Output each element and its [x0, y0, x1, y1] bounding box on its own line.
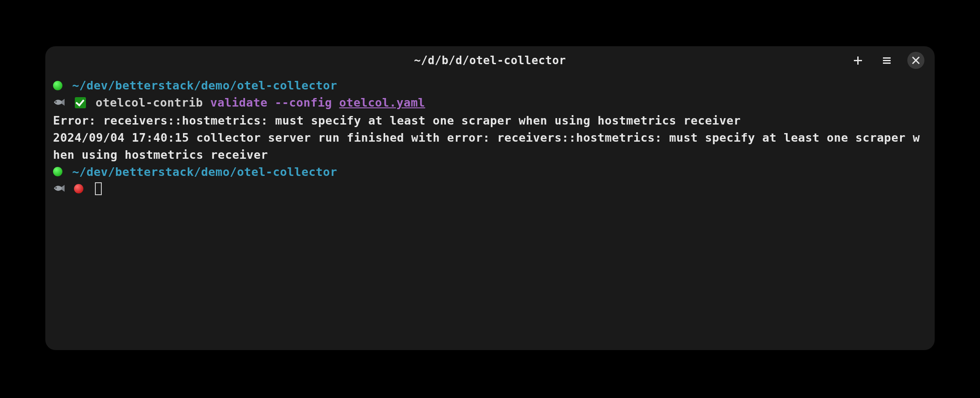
status-green-icon	[53, 167, 62, 176]
fish-icon	[53, 180, 65, 197]
titlebar: ~/d/b/d/otel-collector	[45, 46, 935, 74]
command-file: otelcol.yaml	[339, 96, 425, 109]
output-line-1: Error: receivers::hostmetrics: must spec…	[53, 112, 927, 129]
status-red-icon	[74, 184, 83, 193]
prompt-line-1: ~/dev/betterstack/demo/otel-collector	[53, 77, 927, 94]
output-line-2: 2024/09/04 17:40:15 collector server run…	[53, 129, 927, 163]
terminal-window: ~/d/b/d/otel-collector ~/dev/betterstack…	[45, 46, 935, 350]
command-line: otelcol-contrib validate --config otelco…	[53, 94, 927, 112]
cursor	[95, 182, 102, 195]
close-icon	[912, 56, 920, 65]
command-subcommand: validate	[210, 96, 268, 109]
check-icon	[75, 97, 86, 108]
prompt-path: ~/dev/betterstack/demo/otel-collector	[72, 79, 337, 92]
plus-icon	[853, 55, 863, 65]
prompt-line-3	[53, 181, 927, 199]
close-button[interactable]	[907, 52, 924, 69]
terminal-body[interactable]: ~/dev/betterstack/demo/otel-collector ot…	[45, 74, 935, 350]
svg-point-1	[55, 187, 56, 188]
prompt-line-2: ~/dev/betterstack/demo/otel-collector	[53, 163, 927, 181]
svg-point-0	[55, 101, 56, 102]
command-flag: --config	[275, 96, 332, 109]
titlebar-controls	[849, 46, 924, 74]
fish-icon	[53, 94, 65, 111]
status-green-icon	[53, 81, 62, 90]
window-title: ~/d/b/d/otel-collector	[414, 54, 566, 67]
menu-icon	[882, 55, 892, 65]
new-tab-button[interactable]	[849, 52, 866, 69]
command-bin: otelcol-contrib	[96, 96, 203, 109]
menu-button[interactable]	[878, 52, 895, 69]
prompt-path: ~/dev/betterstack/demo/otel-collector	[72, 165, 337, 178]
